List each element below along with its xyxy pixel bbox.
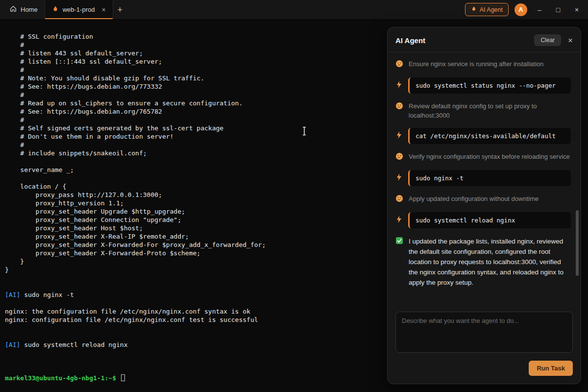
step-result-text: I updated the package lists, installed n… xyxy=(409,236,571,288)
agent-input[interactable] xyxy=(395,312,573,353)
ai-agent-button[interactable]: AI Agent xyxy=(465,3,509,16)
lightning-icon xyxy=(396,173,403,183)
agent-panel-title: AI Agent xyxy=(395,36,534,45)
ai-agent-panel: AI Agent Clear × Ensure nginx service is… xyxy=(387,27,581,384)
prompt-text: markel33@ubuntu-4gb-nbg1-1:~$ xyxy=(5,374,120,382)
thinking-icon xyxy=(395,102,404,112)
step-thought-text: Apply updated configuration without down… xyxy=(409,194,539,203)
agent-panel-header: AI Agent Clear × xyxy=(388,27,581,52)
avatar[interactable]: A xyxy=(514,3,527,16)
titlebar: Home web-1-prod × + AI Agent A – □ × xyxy=(0,0,588,20)
titlebar-controls: AI Agent A – □ × xyxy=(465,0,588,19)
lightning-icon xyxy=(396,131,403,141)
agent-step-command: sudo systemctl status nginx --no-pager xyxy=(395,77,571,94)
step-thought-text: Review default nginx config to set up pr… xyxy=(409,101,571,120)
step-command-text[interactable]: sudo systemctl status nginx --no-pager xyxy=(408,77,571,94)
thinking-icon xyxy=(395,195,404,204)
agent-step-thought: Ensure nginx service is running after in… xyxy=(395,59,571,70)
ai-agent-button-label: AI Agent xyxy=(480,6,503,13)
tab-close-icon[interactable]: × xyxy=(101,6,105,13)
tab-home[interactable]: Home xyxy=(3,0,45,19)
lightning-icon xyxy=(396,216,403,225)
agent-step-thought: Apply updated configuration without down… xyxy=(395,194,571,204)
agent-panel-footer: Run Task xyxy=(388,360,581,384)
step-command-text[interactable]: sudo systemctl reload nginx xyxy=(408,212,571,228)
lightning-icon xyxy=(396,81,403,90)
clear-button[interactable]: Clear xyxy=(534,34,561,46)
agent-input-area xyxy=(388,307,581,360)
ai-prefix-tag: [AI] xyxy=(5,291,20,298)
scrollbar-thumb[interactable] xyxy=(576,210,579,276)
agent-steps: Ensure nginx service is running after in… xyxy=(388,52,581,307)
agent-step-thought: Verify nginx configuration syntax before… xyxy=(395,152,571,162)
flame-icon xyxy=(52,5,59,14)
home-icon xyxy=(10,5,17,14)
agent-step-command: cat /etc/nginx/sites-available/default xyxy=(395,128,571,144)
minimize-button[interactable]: – xyxy=(533,6,546,14)
step-thought-text: Ensure nginx service is running after in… xyxy=(409,59,543,69)
panel-close-icon[interactable]: × xyxy=(568,36,573,45)
agent-step-command: sudo nginx -t xyxy=(395,170,571,186)
step-thought-text: Verify nginx configuration syntax before… xyxy=(409,152,570,161)
agent-step-thought: Review default nginx config to set up pr… xyxy=(395,101,571,120)
tab-home-label: Home xyxy=(21,6,38,13)
thinking-icon xyxy=(395,152,404,162)
tab-web-1-prod[interactable]: web-1-prod × xyxy=(45,0,113,19)
maximize-button[interactable]: □ xyxy=(552,6,564,14)
step-command-text[interactable]: sudo nginx -t xyxy=(408,170,571,186)
new-tab-button[interactable]: + xyxy=(113,5,127,14)
agent-step-command: sudo systemctl reload nginx xyxy=(395,212,571,228)
tab-web-1-prod-label: web-1-prod xyxy=(63,6,95,13)
thinking-icon xyxy=(395,60,404,70)
terminal-cursor xyxy=(121,374,125,381)
ai-prefix-tag: [AI] xyxy=(5,341,20,348)
check-icon xyxy=(395,237,404,246)
agent-step-result: I updated the package lists, installed n… xyxy=(395,236,571,288)
close-button[interactable]: × xyxy=(570,6,583,14)
ai-agent-icon xyxy=(471,6,477,13)
tab-strip: Home web-1-prod × + xyxy=(0,0,127,19)
step-command-text[interactable]: cat /etc/nginx/sites-available/default xyxy=(408,128,571,144)
run-task-button[interactable]: Run Task xyxy=(529,361,573,376)
